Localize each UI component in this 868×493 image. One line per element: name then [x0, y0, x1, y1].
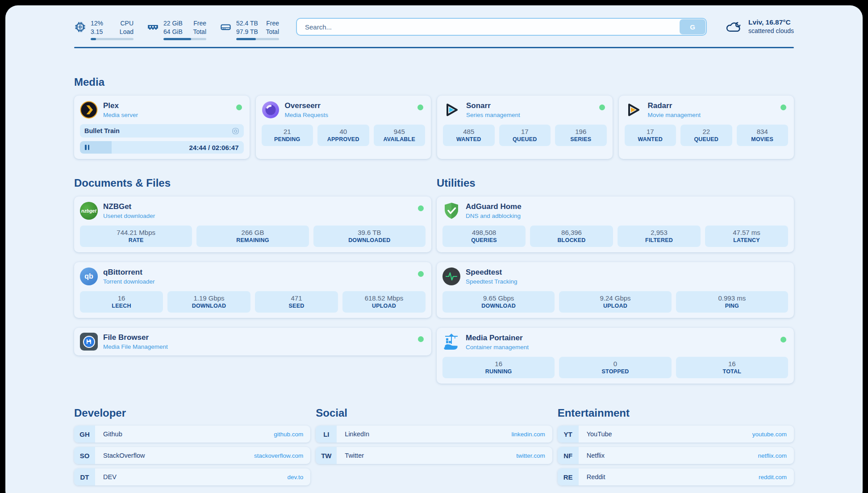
link-youtube[interactable]: YT YouTube youtube.com	[558, 426, 794, 443]
stat-label: AVAILABLE	[376, 136, 423, 142]
stat-value: 498,508	[445, 229, 523, 236]
link-stackoverflow[interactable]: SO StackOverflow stackoverflow.com	[74, 447, 310, 464]
stat-available: 945 AVAILABLE	[374, 125, 426, 146]
radarr-card[interactable]: Radarr Movie management 17 WANTED 22 QUE…	[619, 96, 794, 159]
app-name: Radarr	[648, 101, 701, 110]
app-name: qBittorrent	[103, 267, 155, 277]
social-heading: Social	[316, 407, 552, 419]
disk-free-value: 52.4 TB	[236, 20, 259, 28]
link-name: Github	[103, 430, 122, 438]
filebrowser-card[interactable]: File Browser Media File Management	[74, 328, 431, 355]
link-linkedin[interactable]: LI LinkedIn linkedin.com	[316, 426, 552, 443]
stat-value: 17	[627, 128, 674, 135]
stat-value: 744.21 Mbps	[83, 229, 189, 236]
stat-label: REMAINING	[199, 237, 306, 243]
app-description: Usenet downloader	[103, 213, 155, 219]
link-dev-to[interactable]: DT DEV dev.to	[74, 468, 310, 485]
stat-value: 2,953	[620, 229, 698, 236]
speedtest-card[interactable]: Speedtest Speedtest Tracking 9.65 Gbps D…	[437, 262, 794, 318]
stat-value: 0.993 ms	[679, 294, 785, 302]
stat-value: 16	[445, 360, 552, 368]
plex-card[interactable]: Plex Media server Bullet Train 24:44 / 0	[74, 96, 250, 159]
disk-progress-bar	[236, 38, 279, 40]
disk-free-label: Free	[266, 20, 279, 28]
disk-total-label: Total	[266, 28, 279, 36]
link-url: github.com	[274, 431, 303, 438]
stat-value: 22	[683, 128, 730, 135]
stat-value: 16	[679, 360, 785, 368]
link-url: youtube.com	[752, 431, 787, 438]
disk-total-value: 97.9 TB	[236, 28, 259, 36]
sonarr-card[interactable]: Sonarr Series management 485 WANTED 17 Q…	[437, 96, 613, 159]
portainer-card[interactable]: Media Portainer Container management 16 …	[437, 328, 794, 384]
adguard-card[interactable]: AdGuard Home DNS and adblocking 498,508 …	[437, 196, 794, 252]
stat-value: 9.24 Gbps	[562, 294, 668, 302]
stat-label: RUNNING	[445, 368, 552, 375]
cpu-progress-fill	[91, 38, 96, 40]
status-online-dot	[599, 104, 605, 110]
stat-latency: 47.57 ms LATENCY	[705, 226, 788, 247]
app-name: Media Portainer	[466, 333, 529, 343]
app-description: Speedtest Tracking	[466, 278, 517, 285]
stat-value: 834	[739, 128, 786, 135]
link-netflix[interactable]: NF Netflix netflix.com	[558, 447, 794, 464]
overseerr-card[interactable]: Overseerr Media Requests 21 PENDING 40 A…	[256, 96, 431, 159]
cloud-icon	[725, 19, 743, 34]
search-engine-button[interactable]: G	[680, 19, 705, 34]
link-badge: SO	[74, 447, 95, 464]
stat-value: 266 GB	[199, 229, 306, 236]
nzbget-card[interactable]: nzbget NZBGet Usenet downloader 744.21 M…	[74, 196, 431, 252]
entertainment-heading: Entertainment	[558, 407, 794, 419]
link-name: LinkedIn	[345, 430, 369, 438]
link-reddit[interactable]: RE Reddit reddit.com	[558, 468, 794, 485]
stat-value: 9.65 Gbps	[445, 294, 552, 302]
app-description: Media File Management	[103, 343, 168, 350]
status-online-dot	[418, 336, 424, 342]
stat-label: WANTED	[627, 136, 674, 142]
stat-stopped: 0 STOPPED	[559, 357, 671, 378]
radarr-icon	[625, 101, 643, 119]
header-divider	[74, 47, 794, 48]
search-input[interactable]	[296, 18, 707, 36]
stat-value: 196	[558, 128, 604, 135]
stat-queries: 498,508 QUERIES	[442, 226, 526, 247]
session-camera-icon	[232, 127, 239, 135]
stat-label: STOPPED	[562, 368, 668, 375]
link-github[interactable]: GH Github github.com	[74, 426, 310, 443]
stat-value: 618.52 Mbps	[345, 294, 423, 302]
cpu-progress-bar	[91, 38, 134, 40]
stat-value: 485	[446, 128, 492, 135]
cpu-load-label: Load	[120, 28, 134, 36]
stat-wanted: 17 WANTED	[625, 125, 676, 146]
ram-total-value: 64 GiB	[163, 28, 186, 36]
link-name: DEV	[103, 473, 117, 480]
stat-value: 1.19 Gbps	[170, 294, 248, 302]
stat-label: LATENCY	[708, 237, 785, 243]
stat-upload: 618.52 Mbps UPLOAD	[342, 291, 426, 313]
qbittorrent-card[interactable]: qb qBittorrent Torrent downloader 16 LEE…	[74, 262, 431, 318]
stat-label: SEED	[258, 303, 335, 309]
documents-heading: Documents & Files	[74, 177, 431, 189]
app-description: Movie management	[648, 112, 701, 118]
stat-running: 16 RUNNING	[442, 357, 555, 378]
link-badge: GH	[74, 426, 95, 443]
app-description: DNS and adblocking	[466, 213, 522, 219]
stat-label: QUERIES	[445, 237, 523, 243]
documents-section: Documents & Files nzbget NZBGet Usenet d…	[74, 177, 431, 355]
link-twitter[interactable]: TW Twitter twitter.com	[316, 447, 552, 464]
link-url: netflix.com	[758, 452, 787, 459]
status-online-dot	[780, 337, 786, 343]
stat-value: 21	[264, 128, 311, 135]
app-name: Speedtest	[466, 267, 517, 277]
stat-ping: 0.993 ms PING	[676, 291, 788, 313]
header: 12% CPU 3.15 Load 22 G	[74, 18, 794, 40]
stat-movies: 834 MOVIES	[737, 125, 789, 146]
status-online-dot	[417, 104, 423, 110]
plex-icon	[80, 101, 98, 119]
stat-value: 945	[376, 128, 423, 135]
sonarr-icon	[443, 101, 461, 119]
app-name: Plex	[103, 101, 138, 110]
link-name: Twitter	[345, 452, 364, 459]
cpu-stat: 12% CPU 3.15 Load	[74, 20, 134, 40]
social-section: Social LI LinkedIn linkedin.com TW Twitt…	[316, 407, 552, 464]
